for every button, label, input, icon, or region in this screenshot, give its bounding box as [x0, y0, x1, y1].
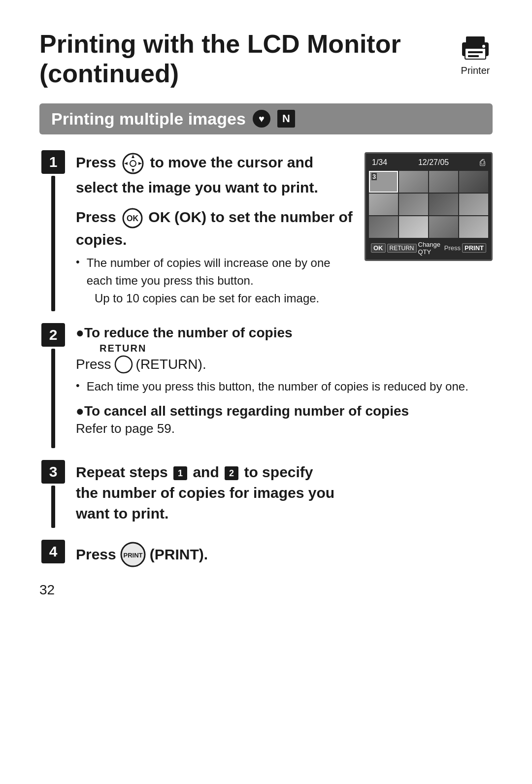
step-2-number: 2: [41, 323, 65, 347]
step-3-content: Repeat steps 1 and 2 to specify the numb…: [67, 460, 493, 528]
lcd-cell-7: [429, 194, 458, 215]
step-4-text: Press PRINT (PRINT).: [76, 542, 493, 567]
step-1-content: Press to move the cur: [67, 150, 493, 312]
step-1-bar: [51, 176, 55, 312]
lcd-cell-4: [459, 171, 488, 193]
page-header: Printing with the LCD Monitor (continued…: [39, 30, 493, 89]
step-3-inline-2: 2: [225, 466, 238, 480]
ok-button-icon: OK: [122, 208, 143, 229]
printer-icon-area: Printer: [458, 33, 493, 76]
lcd-cell-1-num: 3: [371, 173, 377, 180]
svg-rect-3: [468, 51, 483, 53]
step-2-block: 2 ●To reduce the number of copies RETURN…: [39, 323, 493, 448]
lcd-grid: 3: [369, 171, 488, 238]
svg-point-7: [130, 161, 136, 166]
step-2-sub2-body: Refer to page 59.: [76, 421, 493, 436]
lcd-bottom-bar: OK RETURN Change QTY Press PRINT: [369, 240, 488, 257]
step-1-left: 1: [39, 150, 67, 312]
step-2-press-return: Press (RETURN).: [76, 355, 493, 374]
step-2-content: ●To reduce the number of copies RETURN P…: [67, 323, 493, 448]
step-1-line2: select the image you want to print.: [76, 177, 355, 198]
step-4-content: Press PRINT (PRINT).: [67, 540, 493, 571]
lcd-return-badge: RETURN: [387, 244, 417, 253]
lcd-press-text: Press: [444, 244, 461, 252]
lcd-ok-badge: OK: [371, 243, 386, 253]
step-1-block: 1 Press: [39, 150, 493, 312]
lcd-cell-6: [399, 194, 428, 215]
step-1-bullet1: • The number of copies will increase one…: [76, 254, 355, 290]
svg-rect-1: [466, 36, 485, 45]
printer-label: Printer: [461, 65, 490, 76]
svg-point-14: [115, 356, 132, 373]
step-2-sub2-title: ●To cancel all settings regarding number…: [76, 403, 493, 419]
svg-marker-8: [132, 155, 134, 158]
lcd-cell-3: [429, 171, 458, 193]
heart-icon: ♥: [253, 110, 270, 128]
step-1-line3-pre: Press: [76, 209, 116, 225]
steps-area: 1 Press: [39, 150, 493, 584]
print-button-icon: PRINT: [120, 542, 146, 567]
step-1-line3-ok: OK: [148, 209, 170, 225]
svg-text:OK: OK: [127, 214, 138, 223]
lcd-cell-9: [369, 216, 398, 238]
lcd-cell-5: [369, 194, 398, 215]
step-3-line2: the number of copies for images you: [76, 483, 493, 503]
step-3-inline-1: 1: [173, 466, 187, 480]
lcd-cell-12: [459, 216, 488, 238]
lcd-cell-8: [459, 194, 488, 215]
step-3-block: 3 Repeat steps 1 and 2 to specify the nu…: [39, 460, 493, 528]
lcd-date: 12/27/05: [418, 158, 449, 167]
svg-text:PRINT: PRINT: [123, 552, 142, 559]
n-icon: N: [277, 110, 295, 128]
step-3-number: 3: [41, 460, 65, 484]
step-4-left: 4: [39, 540, 67, 571]
lcd-cell-2: [399, 171, 428, 193]
lcd-cell-1: 3: [369, 171, 398, 193]
step-1-bullet2: Up to 10 copies can be set for each imag…: [95, 292, 319, 305]
step-1-line1: Press to move the cur: [76, 152, 355, 174]
page-title: Printing with the LCD Monitor (continued…: [39, 30, 458, 89]
step-2-sub1-bullet: • Each time you press this button, the n…: [76, 378, 493, 395]
step-1-copies: copies.: [76, 229, 355, 250]
nav-button-icon: [122, 153, 144, 174]
lcd-print-icon: ⎙: [480, 158, 485, 168]
step-3-bar: [51, 486, 55, 528]
lcd-top-bar: 1/34 12/27/05 ⎙: [369, 157, 488, 169]
section-title: Printing multiple images: [51, 109, 246, 129]
section-header-bar: Printing multiple images ♥ N: [39, 103, 493, 134]
step-2-bar: [51, 349, 55, 448]
return-button-icon: [114, 355, 133, 374]
lcd-counter: 1/34: [372, 158, 387, 167]
lcd-cell-11: [429, 216, 458, 238]
printer-icon: [458, 33, 493, 63]
svg-marker-9: [132, 169, 134, 172]
svg-point-5: [482, 45, 485, 48]
step-3-left: 3: [39, 460, 67, 528]
step-2-sub2: ●To cancel all settings regarding number…: [76, 403, 493, 436]
step-1-number: 1: [41, 150, 65, 174]
step-2-left: 2: [39, 323, 67, 448]
svg-rect-2: [465, 48, 486, 59]
lcd-print-badge: PRINT: [462, 243, 486, 253]
step-2-sub1: ●To reduce the number of copies RETURN P…: [76, 325, 493, 395]
svg-marker-10: [124, 162, 128, 165]
step-2-sub1-title: ●To reduce the number of copies: [76, 325, 493, 341]
svg-rect-4: [468, 55, 479, 57]
lcd-cell-10: [399, 216, 428, 238]
lcd-change-text: Change QTY: [418, 241, 444, 256]
step-4-block: 4 Press PRINT (PRINT).: [39, 540, 493, 571]
step-3-text1: Repeat steps 1 and 2 to specify: [76, 462, 493, 483]
step-1-line3-post: (OK) to set the number of: [174, 209, 353, 225]
return-label: RETURN: [100, 343, 493, 354]
page-number: 32: [39, 582, 55, 598]
svg-marker-11: [138, 162, 142, 165]
step-4-number: 4: [41, 540, 65, 563]
lcd-screen: 1/34 12/27/05 ⎙ 3: [365, 152, 493, 261]
step-3-line3: want to print.: [76, 503, 493, 524]
page-container: Printing with the LCD Monitor (continued…: [0, 0, 532, 622]
